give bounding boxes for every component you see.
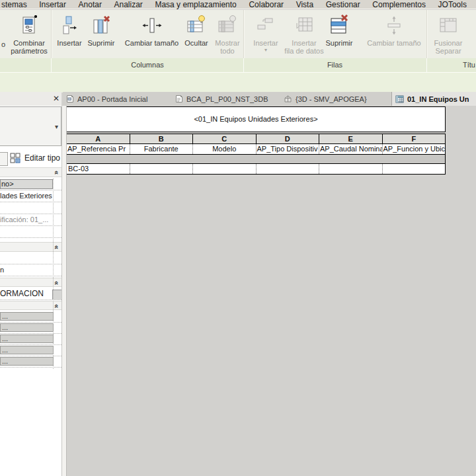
column-letter[interactable]: D [257, 134, 320, 143]
show-all-columns-button[interactable]: Mostrar todo [212, 11, 243, 58]
resize-column-icon [142, 11, 162, 39]
column-header[interactable]: Fabricante [130, 144, 194, 154]
menu-item-gestionar[interactable]: Gestionar [326, 0, 360, 9]
revit-window: stemas Insertar Anotar Analizar Masa y e… [0, 0, 476, 476]
menu-item-sistemas[interactable]: stemas [1, 0, 27, 9]
resize-column-button[interactable]: Cambiar tamaño [118, 11, 186, 58]
show-all-columns-icon [218, 11, 237, 39]
hide-column-button[interactable]: Ocultar [180, 11, 213, 58]
edit-value-button[interactable]: ... [0, 323, 54, 332]
menu-item-complementos[interactable]: Complementos [372, 0, 426, 9]
merge-unmerge-icon [438, 11, 458, 39]
column-header[interactable]: AP_Funcion y Ubic [383, 144, 446, 154]
column-header[interactable]: AP_Tipo Dispositiv [257, 144, 320, 154]
ribbon: o Combinar parámetros [0, 10, 476, 58]
schedule-cell[interactable] [193, 164, 257, 174]
column-letter[interactable]: E [319, 134, 383, 143]
property-value-selected[interactable]: no> [0, 179, 53, 189]
view-tab-label: {3D - SMV_APOGEA} [296, 95, 367, 103]
insert-row-icon [257, 11, 275, 39]
view-tab-label: 01_IN Equipos Un [407, 95, 469, 103]
insert-image-button[interactable]: Ins ima [467, 11, 476, 58]
panel-label-columnas[interactable]: Columnas [52, 61, 243, 69]
menu-item-masa-emplazamiento[interactable]: Masa y emplazamiento [155, 0, 236, 9]
panel-label-filas[interactable]: Filas [243, 61, 426, 69]
view-tab-portada[interactable]: AP00 - Portada Inicial [63, 92, 169, 106]
schedule-icon [395, 95, 404, 103]
schedule-table: <01_IN Equipos Unidades Exteriores> A B … [66, 106, 446, 175]
panel-separator [243, 58, 244, 72]
insert-row-button[interactable]: Insertar ▾ [249, 11, 283, 58]
schedule-cell[interactable] [319, 164, 383, 174]
palette-header: ✕ [0, 92, 61, 106]
edit-value-button[interactable]: ... [0, 312, 54, 321]
menu-item-analizar[interactable]: Analizar [114, 0, 142, 9]
column-letter[interactable]: C [193, 134, 257, 143]
close-icon[interactable]: ✕ [53, 93, 60, 104]
chevron-collapse-icon[interactable]: « [53, 171, 61, 175]
schedule-cell[interactable] [130, 164, 194, 174]
chevron-collapse-icon[interactable]: « [53, 281, 61, 285]
combine-parameters-button[interactable]: Combinar parámetros [8, 11, 50, 58]
schedule-column-letters: A B C D E F [66, 134, 446, 144]
cut-control[interactable] [0, 152, 8, 166]
menu-item-vista[interactable]: Vista [296, 0, 313, 9]
property-value: ORMACION [0, 289, 44, 298]
view-tab-label: BCA_PL_P00_NST_3DB [186, 95, 268, 103]
resize-row-button[interactable]: Cambiar tamaño [362, 11, 426, 58]
sheet-icon [175, 95, 183, 103]
palette-section-header[interactable]: « [0, 167, 61, 177]
properties-palette: ✕ ▾ Editar tipo « no> lades E [0, 92, 61, 476]
drawing-area[interactable]: <01_IN Equipos Unidades Exteriores> A B … [65, 106, 476, 476]
cut-button-label: o [1, 40, 5, 48]
edit-type-button[interactable]: Editar tipo [24, 153, 60, 163]
sheet-icon [66, 95, 74, 103]
insert-data-row-button[interactable]: Insertar fila de datos [284, 11, 324, 58]
column-header[interactable]: Modelo [193, 144, 257, 154]
schedule-header-row: AP_Referencia Pr Fabricante Modelo AP_Ti… [66, 144, 446, 155]
edit-value-button[interactable]: ... [0, 346, 54, 354]
menu-item-anotar[interactable]: Anotar [79, 0, 102, 9]
schedule-title: <01_IN Equipos Unidades Exteriores> [66, 106, 446, 132]
palette-splitter[interactable] [61, 106, 67, 476]
chevron-collapse-icon[interactable]: « [53, 245, 61, 249]
type-selector[interactable]: ▾ [0, 106, 61, 146]
delete-column-button[interactable]: Suprimir [85, 11, 118, 58]
combine-parameters-icon [20, 11, 38, 39]
view-tab-bca-plano[interactable]: BCA_PL_P00_NST_3DB [172, 92, 278, 106]
resize-row-icon [384, 11, 404, 39]
schedule-data-row: BC-03 [66, 163, 446, 175]
insert-row-dropdown-arrow[interactable]: ▾ [264, 47, 267, 53]
edit-value-button[interactable]: ... [0, 357, 54, 366]
panel-label-titulos[interactable]: Títu [463, 61, 476, 69]
column-letter[interactable]: B [130, 134, 194, 143]
palette-column-divider [53, 178, 54, 369]
delete-row-button[interactable]: Suprimir [322, 11, 356, 58]
menu-item-jotools[interactable]: JOTools [438, 0, 467, 9]
panel-separator [426, 58, 427, 72]
edit-value-button[interactable]: ... [0, 335, 54, 343]
menu-item-insertar[interactable]: Insertar [39, 0, 66, 9]
view-tab-equipos-exteriores[interactable]: 01_IN Equipos Un [391, 92, 476, 106]
column-header[interactable]: AP_Caudal Nominal [319, 144, 383, 154]
merge-unmerge-button[interactable]: Fusionar Separar [430, 11, 467, 58]
options-bar [0, 72, 476, 93]
chevron-collapse-icon[interactable]: « [53, 304, 61, 308]
menu-item-colaborar[interactable]: Colaborar [249, 0, 284, 9]
edit-type-row: Editar tipo [0, 151, 61, 167]
insert-column-button[interactable]: Insertar [53, 11, 86, 58]
schedule-cell[interactable] [257, 164, 320, 174]
insert-data-row-icon [294, 11, 314, 39]
column-letter[interactable]: F [383, 134, 446, 143]
edit-type-icon [10, 153, 21, 164]
column-header[interactable]: AP_Referencia Pr [67, 144, 130, 154]
house-3d-icon [284, 95, 292, 103]
column-letter[interactable]: A [67, 134, 130, 143]
schedule-cell[interactable] [383, 164, 446, 174]
property-mini-button[interactable] [52, 290, 61, 300]
chevron-down-icon: ▾ [55, 123, 58, 130]
delete-column-icon [91, 11, 111, 39]
view-tab-3d[interactable]: {3D - SMV_APOGEA} [280, 92, 387, 106]
schedule-cell[interactable]: BC-03 [67, 164, 130, 174]
menu-bar: stemas Insertar Anotar Analizar Masa y e… [0, 0, 476, 9]
